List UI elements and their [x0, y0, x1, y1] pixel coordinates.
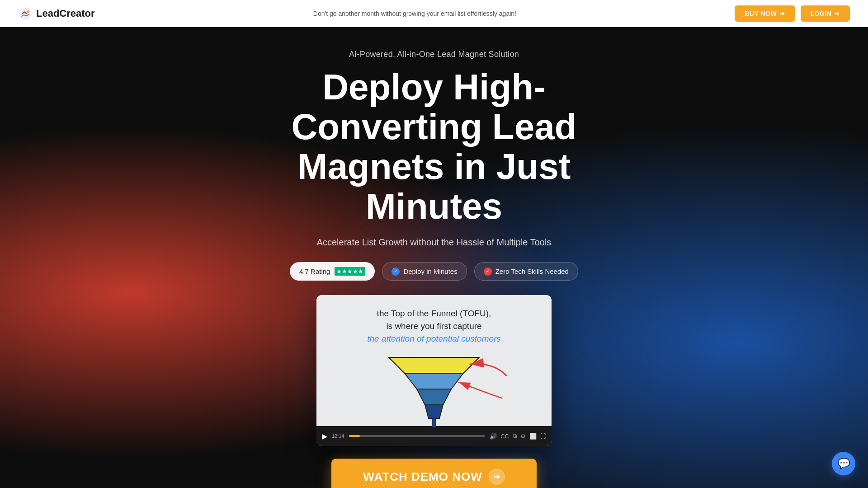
- video-caption-main: the Top of the Funnel (TOFU),: [377, 309, 491, 319]
- hero-title: Deploy High-Converting Lead Magnets in J…: [231, 67, 637, 226]
- video-frame: the Top of the Funnel (TOFU), is where y…: [316, 295, 552, 426]
- settings-icon[interactable]: ⚙: [520, 433, 526, 440]
- svg-marker-2: [389, 357, 479, 373]
- chat-icon: 💬: [838, 458, 850, 469]
- deploy-text: Deploy in Minutes: [403, 267, 457, 275]
- tech-badge: ✓ Zero Tech Skills Needed: [474, 262, 578, 281]
- video-timestamp: 12:14: [332, 433, 344, 439]
- pip-icon[interactable]: ⧉: [513, 432, 517, 440]
- svg-point-1: [27, 10, 29, 13]
- video-caption-highlight: the attention of potential customers: [367, 334, 501, 344]
- login-button[interactable]: LOGIN ➜: [801, 5, 850, 22]
- hero-title-line1: Deploy High-Converting Lead: [291, 67, 576, 147]
- nav-tagline: Don't go another month without growing y…: [313, 10, 516, 17]
- buy-arrow-icon: ➜: [779, 10, 785, 17]
- fullscreen-icon[interactable]: ⛶: [540, 433, 546, 440]
- trustpilot-stars: ★★★★★: [335, 267, 365, 276]
- video-player[interactable]: the Top of the Funnel (TOFU), is where y…: [316, 295, 552, 446]
- tech-check-icon: ✓: [484, 267, 492, 276]
- chat-support-widget[interactable]: 💬: [832, 452, 855, 475]
- rating-badge: 4.7 Rating ★★★★★: [290, 262, 375, 281]
- video-progress-bar[interactable]: [349, 435, 486, 437]
- theater-icon[interactable]: ⬜: [529, 433, 537, 440]
- logo: LeadCreator: [18, 6, 95, 21]
- nav-actions: BUY NOW ➜ LOGIN ➜: [735, 5, 850, 22]
- logo-text: LeadCreator: [36, 8, 95, 19]
- badges-row: 4.7 Rating ★★★★★ ✓ Deploy in Minutes ✓ Z…: [290, 262, 578, 281]
- svg-marker-3: [405, 373, 463, 389]
- logo-icon: [18, 6, 33, 21]
- watch-demo-button[interactable]: WATCH DEMO NOW ➜: [331, 459, 536, 488]
- video-progress-fill: [349, 435, 360, 437]
- svg-marker-4: [417, 389, 451, 405]
- login-arrow-icon: ➜: [834, 10, 840, 17]
- hero-section: AI-Powered, All-in-One Lead Magnet Solut…: [0, 0, 868, 488]
- cta-arrow-icon: ➜: [489, 469, 505, 485]
- deploy-check-icon: ✓: [392, 267, 400, 276]
- deploy-badge: ✓ Deploy in Minutes: [382, 262, 467, 281]
- buy-now-button[interactable]: BUY NOW ➜: [735, 5, 795, 22]
- hero-content: AI-Powered, All-in-One Lead Magnet Solut…: [0, 36, 868, 488]
- rating-text: 4.7 Rating: [299, 267, 330, 275]
- volume-icon[interactable]: 🔊: [490, 433, 497, 440]
- hero-title-line2: Magnets in Just Minutes: [297, 146, 571, 226]
- funnel-diagram: [326, 348, 542, 432]
- video-control-icons: 🔊 CC ⧉ ⚙ ⬜ ⛶: [490, 432, 546, 440]
- hero-subtitle: AI-Powered, All-in-One Lead Magnet Solut…: [349, 50, 519, 59]
- star-rating: ★★★★★: [334, 267, 365, 276]
- svg-marker-5: [425, 405, 443, 418]
- tech-text: Zero Tech Skills Needed: [495, 267, 569, 275]
- cta-label: WATCH DEMO NOW: [363, 470, 482, 484]
- navbar: LeadCreator Don't go another month witho…: [0, 0, 868, 27]
- caption-icon[interactable]: CC: [500, 433, 509, 440]
- play-button[interactable]: ▶: [322, 432, 327, 441]
- video-caption-main2: is where you first capture: [386, 321, 481, 331]
- hero-description: Accelerate List Growth without the Hassl…: [317, 237, 552, 248]
- funnel-svg: [330, 348, 538, 432]
- svg-rect-6: [432, 418, 436, 427]
